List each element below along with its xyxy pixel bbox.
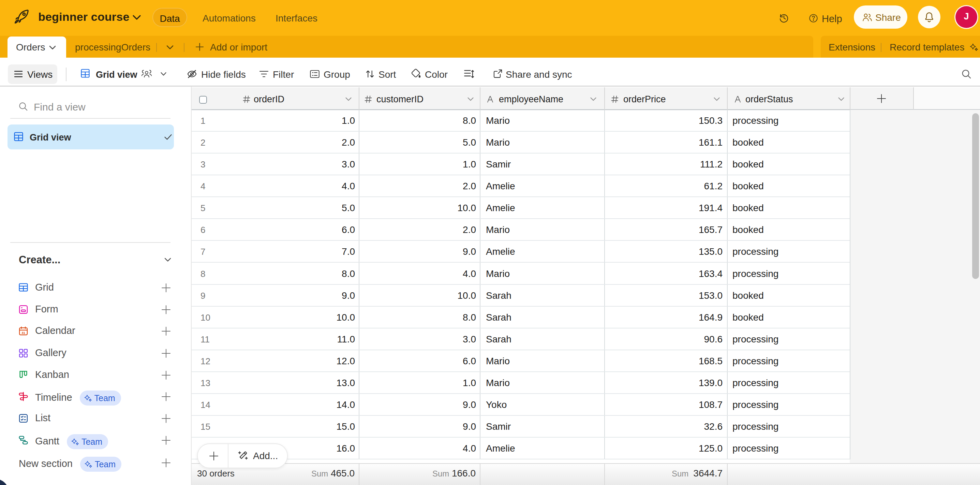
svg-text:31: 31 — [21, 331, 25, 335]
